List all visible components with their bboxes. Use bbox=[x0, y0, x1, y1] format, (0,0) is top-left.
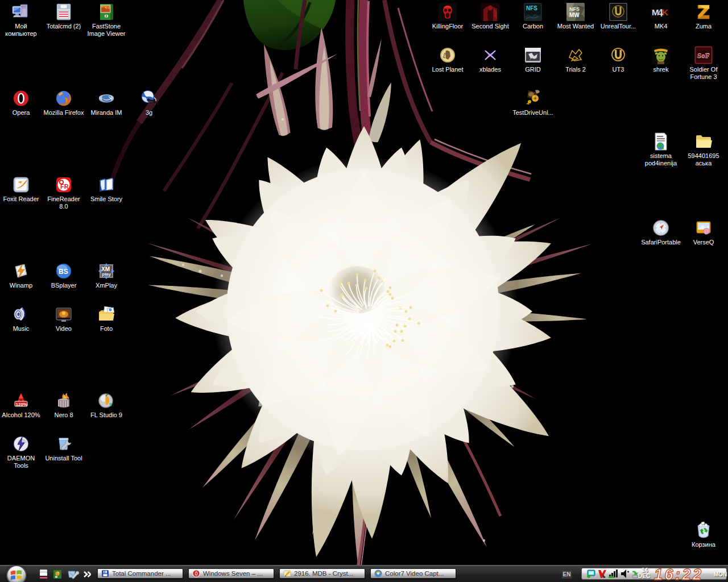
svg-text:play: play bbox=[102, 272, 111, 277]
svg-text:NFS: NFS bbox=[569, 6, 580, 12]
svg-text:FR: FR bbox=[60, 183, 69, 190]
svg-text:MW: MW bbox=[569, 12, 580, 18]
svg-text:BS: BS bbox=[59, 268, 68, 276]
svg-text:NFS: NFS bbox=[526, 5, 537, 11]
svg-text:120%: 120% bbox=[16, 402, 27, 407]
svg-text:SoF: SoF bbox=[697, 51, 710, 60]
svg-text:4: 4 bbox=[657, 7, 663, 19]
svg-text:9: 9 bbox=[109, 402, 112, 408]
